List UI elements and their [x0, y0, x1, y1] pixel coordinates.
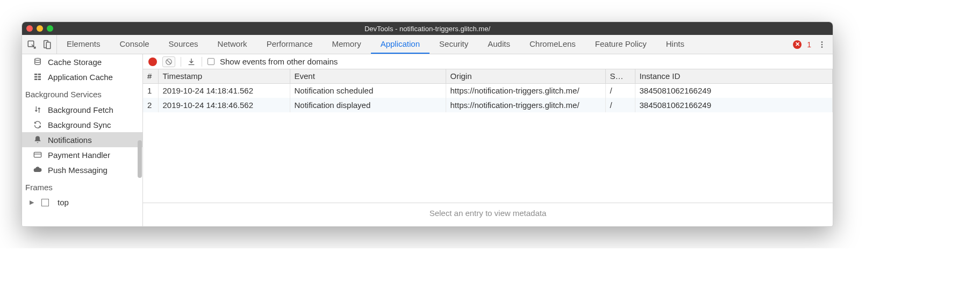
tab-memory[interactable]: Memory	[323, 35, 371, 54]
col-event[interactable]: Event	[290, 69, 446, 83]
svg-rect-13	[34, 152, 41, 157]
window-title: DevTools - notification-triggers.glitch.…	[22, 25, 833, 33]
cell-event: Notification displayed	[290, 98, 446, 112]
events-table-wrap: # Timestamp Event Origin SW … Instance I…	[143, 69, 833, 203]
tab-console[interactable]: Console	[110, 35, 159, 54]
cell-id: 3845081062166249	[635, 83, 833, 98]
tab-performance[interactable]: Performance	[257, 35, 323, 54]
svg-rect-2	[46, 42, 51, 48]
table-body: 1 2019-10-24 14:18:41.562 Notification s…	[143, 83, 833, 112]
cell-sw: /	[605, 98, 635, 112]
cloud-icon	[33, 165, 42, 175]
sidebar-section-bg-services: Background Services	[22, 84, 142, 102]
cell-n: 1	[143, 83, 158, 98]
sidebar-item-push-messaging[interactable]: Push Messaging	[22, 162, 142, 177]
tabbar-right: ✕ 1	[793, 39, 833, 50]
svg-rect-12	[38, 78, 41, 80]
caret-right-icon[interactable]: ▶	[30, 199, 34, 206]
sidebar-item-label: Background Sync	[48, 120, 111, 130]
events-toolbar: Show events from other domains	[143, 54, 833, 69]
sidebar-item-cache-storage[interactable]: Cache Storage	[22, 54, 142, 69]
table-row[interactable]: 2 2019-10-24 14:18:46.562 Notification d…	[143, 98, 833, 112]
sidebar-item-label: Application Cache	[48, 73, 113, 82]
metadata-hint: Select an entry to view metadata	[143, 203, 833, 226]
grid-icon	[33, 72, 42, 82]
credit-card-icon	[33, 150, 42, 160]
scrollbar-thumb[interactable]	[138, 140, 142, 178]
application-sidebar: Cache Storage Application Cache Backgrou…	[22, 54, 143, 226]
sidebar-item-bg-sync[interactable]: Background Sync	[22, 117, 142, 132]
cell-timestamp: 2019-10-24 14:18:46.562	[158, 98, 290, 112]
tab-feature-policy[interactable]: Feature Policy	[585, 35, 656, 54]
svg-point-6	[35, 58, 41, 60]
col-timestamp[interactable]: Timestamp	[158, 69, 290, 83]
inspect-icon[interactable]	[26, 39, 37, 50]
error-count[interactable]: 1	[807, 40, 811, 49]
panel-body: Cache Storage Application Cache Backgrou…	[22, 54, 833, 226]
download-icon[interactable]	[187, 57, 196, 67]
svg-rect-7	[34, 74, 37, 75]
table-header-row: # Timestamp Event Origin SW … Instance I…	[143, 69, 833, 83]
cell-event: Notification scheduled	[290, 83, 446, 98]
cell-origin: https://notification-triggers.glitch.me/	[446, 83, 605, 98]
svg-rect-8	[38, 74, 41, 75]
frame-icon	[41, 199, 49, 206]
tab-elements[interactable]: Elements	[57, 35, 110, 54]
tab-application[interactable]: Application	[371, 35, 430, 54]
sidebar-item-label: Notifications	[48, 135, 92, 145]
tab-hints[interactable]: Hints	[656, 35, 694, 54]
tabbar: Elements Console Sources Network Perform…	[22, 35, 833, 54]
record-button[interactable]	[148, 57, 157, 66]
svg-point-4	[821, 44, 823, 45]
svg-point-5	[821, 46, 823, 48]
main-panel: Show events from other domains # Timesta…	[143, 54, 833, 226]
sidebar-item-label: top	[58, 198, 69, 207]
sidebar-section-frames: Frames	[22, 177, 142, 195]
svg-point-3	[821, 41, 823, 43]
tab-sources[interactable]: Sources	[159, 35, 208, 54]
cell-n: 2	[143, 98, 158, 112]
bell-icon	[33, 135, 42, 145]
events-table: # Timestamp Event Origin SW … Instance I…	[143, 69, 833, 112]
col-instance-id[interactable]: Instance ID	[635, 69, 833, 83]
sidebar-item-app-cache[interactable]: Application Cache	[22, 69, 142, 84]
clear-button[interactable]	[162, 56, 175, 67]
sidebar-item-label: Cache Storage	[48, 57, 102, 67]
sidebar-item-label: Background Fetch	[48, 105, 113, 114]
devtools-window: DevTools - notification-triggers.glitch.…	[22, 21, 833, 227]
minimize-icon[interactable]	[37, 25, 43, 32]
col-origin[interactable]: Origin	[446, 69, 605, 83]
table-row[interactable]: 1 2019-10-24 14:18:41.562 Notification s…	[143, 83, 833, 98]
tabs: Elements Console Sources Network Perform…	[57, 35, 694, 54]
svg-rect-9	[34, 76, 37, 78]
divider	[181, 57, 181, 67]
device-toggle-icon[interactable]	[41, 39, 52, 50]
sidebar-item-label: Push Messaging	[48, 166, 108, 175]
svg-rect-11	[34, 78, 37, 80]
sidebar-item-payment-handler[interactable]: Payment Handler	[22, 147, 142, 162]
zoom-icon[interactable]	[47, 25, 53, 32]
tab-chromelens[interactable]: ChromeLens	[520, 35, 585, 54]
traffic-lights	[26, 25, 53, 32]
divider	[202, 57, 202, 67]
tab-security[interactable]: Security	[430, 35, 478, 54]
svg-rect-10	[38, 76, 41, 78]
cell-origin: https://notification-triggers.glitch.me/	[446, 98, 605, 112]
cell-timestamp: 2019-10-24 14:18:41.562	[158, 83, 290, 98]
tabbar-left-tools	[22, 35, 57, 54]
tab-audits[interactable]: Audits	[478, 35, 520, 54]
sync-icon	[33, 120, 42, 130]
sidebar-item-bg-fetch[interactable]: Background Fetch	[22, 102, 142, 117]
sidebar-item-notifications[interactable]: Notifications	[22, 132, 142, 147]
sidebar-item-frame-top[interactable]: ▶ top	[22, 195, 142, 210]
col-n[interactable]: #	[143, 69, 158, 83]
swap-vertical-icon	[33, 105, 42, 114]
error-badge-icon[interactable]: ✕	[793, 40, 802, 49]
close-icon[interactable]	[26, 25, 33, 32]
sidebar-item-label: Payment Handler	[48, 150, 110, 160]
show-other-domains-checkbox[interactable]	[208, 58, 214, 65]
cell-id: 3845081062166249	[635, 98, 833, 112]
tab-network[interactable]: Network	[208, 35, 257, 54]
more-menu-icon[interactable]	[817, 39, 827, 50]
col-sw-scope[interactable]: SW …	[605, 69, 635, 83]
